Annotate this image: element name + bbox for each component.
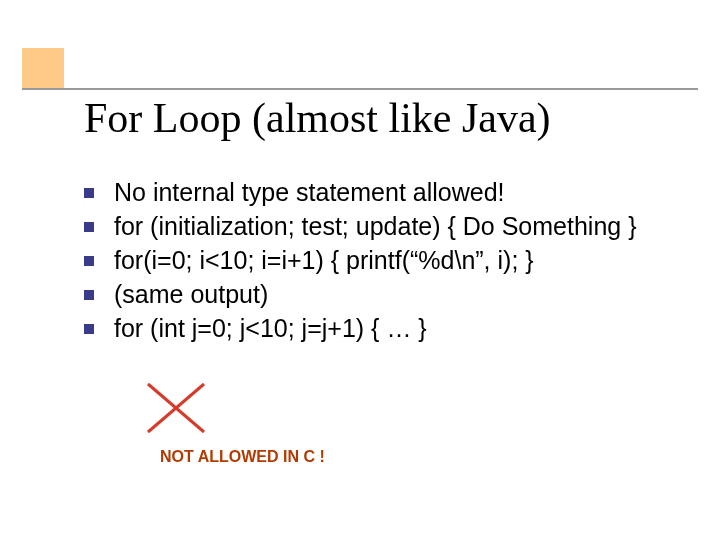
list-item: for(i=0; i<10; i=i+1) { printf(“%d\n”, i… bbox=[84, 244, 684, 276]
footer-warning: NOT ALLOWED IN C ! bbox=[160, 448, 325, 466]
bullet-icon bbox=[84, 324, 94, 334]
slide-title: For Loop (almost like Java) bbox=[84, 94, 551, 142]
bullet-text: for (int j=0; j<10; j=j+1) { … } bbox=[114, 314, 427, 342]
bullet-text: for(i=0; i<10; i=i+1) { printf(“%d\n”, i… bbox=[114, 246, 534, 274]
list-item: for (initialization; test; update) { Do … bbox=[84, 210, 684, 242]
list-item: (same output) bbox=[84, 278, 684, 310]
bullet-icon bbox=[84, 188, 94, 198]
bullet-icon bbox=[84, 256, 94, 266]
bullet-text: (same output) bbox=[114, 280, 268, 308]
bullet-text: for (initialization; test; update) { Do … bbox=[114, 212, 637, 240]
bullet-text: No internal type statement allowed! bbox=[114, 178, 505, 206]
slide: For Loop (almost like Java) No internal … bbox=[0, 0, 720, 540]
title-accent-box bbox=[22, 48, 64, 90]
list-item: No internal type statement allowed! bbox=[84, 176, 684, 208]
bullet-list: No internal type statement allowed! for … bbox=[84, 176, 684, 346]
svg-line-0 bbox=[148, 384, 204, 432]
cross-out-icon bbox=[144, 380, 208, 436]
list-item: for (int j=0; j<10; j=j+1) { … } bbox=[84, 312, 684, 344]
bullet-icon bbox=[84, 290, 94, 300]
title-underline bbox=[22, 88, 698, 90]
bullet-icon bbox=[84, 222, 94, 232]
svg-line-1 bbox=[148, 384, 204, 432]
